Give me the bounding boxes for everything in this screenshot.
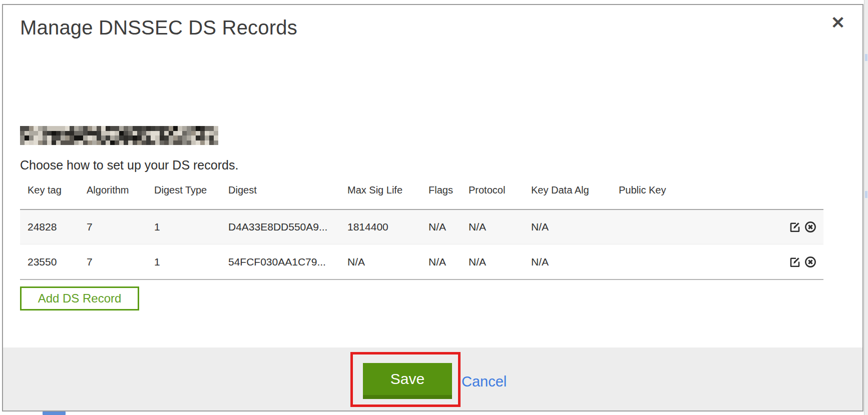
redacted-pixel <box>70 140 74 146</box>
redacted-pixel <box>88 136 92 140</box>
redacted-pixel <box>119 136 124 140</box>
redacted-pixel <box>142 131 146 136</box>
redacted-pixel <box>142 126 146 131</box>
cell-max-sig-life: 1814400 <box>340 221 421 233</box>
save-button[interactable]: Save <box>363 363 452 399</box>
column-header: Flags <box>421 183 461 209</box>
redacted-pixel <box>106 126 110 131</box>
redacted-pixel <box>61 126 65 131</box>
redacted-pixel <box>178 126 182 131</box>
redacted-pixel <box>164 140 169 146</box>
redacted-pixel <box>29 140 34 146</box>
redacted-pixel <box>79 126 83 131</box>
redacted-pixel <box>205 131 209 136</box>
redacted-pixel <box>110 126 115 131</box>
redacted-pixel <box>128 126 133 131</box>
underlying-page-sliver <box>864 0 868 415</box>
cell-flags: N/A <box>421 256 461 268</box>
redacted-pixel <box>200 136 205 140</box>
redacted-pixel <box>34 136 38 140</box>
redacted-pixel <box>61 131 65 136</box>
redacted-pixel <box>74 126 79 131</box>
cell-digest-type: 1 <box>147 221 221 233</box>
column-header: Algorithm <box>79 183 147 209</box>
redacted-pixel <box>155 136 160 140</box>
redacted-pixel <box>119 140 124 146</box>
redacted-pixel <box>34 126 38 131</box>
page-title: Manage DNSSEC DS Records <box>20 16 297 39</box>
redacted-pixel <box>25 131 29 136</box>
redacted-pixel <box>61 136 65 140</box>
redacted-pixel <box>83 140 88 146</box>
redacted-pixel <box>187 140 191 146</box>
redacted-pixel <box>191 131 196 136</box>
redacted-pixel <box>106 140 110 146</box>
redacted-pixel <box>52 140 56 146</box>
redacted-pixel <box>61 140 65 146</box>
underlying-page-text-hint <box>865 191 867 198</box>
redacted-pixel <box>92 131 97 136</box>
redacted-pixel <box>70 131 74 136</box>
redacted-pixel <box>146 136 151 140</box>
redacted-pixel <box>160 126 164 131</box>
redacted-pixel <box>200 131 205 136</box>
redacted-pixel <box>137 131 142 136</box>
edit-record-icon[interactable] <box>788 255 802 269</box>
redacted-pixel <box>133 136 137 140</box>
column-header: Digest Type <box>147 183 221 209</box>
redacted-pixel <box>133 126 137 131</box>
redacted-pixel <box>128 131 133 136</box>
redacted-pixel <box>47 131 52 136</box>
edit-record-icon[interactable] <box>788 220 802 234</box>
redacted-pixel <box>173 126 178 131</box>
redacted-pixel <box>164 126 169 131</box>
cell-algorithm: 7 <box>79 221 147 233</box>
redacted-pixel <box>209 126 214 131</box>
redacted-pixel <box>160 131 164 136</box>
redacted-pixel <box>178 140 182 146</box>
row-actions <box>706 255 823 269</box>
redacted-pixel <box>200 140 205 146</box>
redacted-pixel <box>178 131 182 136</box>
redacted-pixel <box>182 131 187 136</box>
column-header: Digest <box>221 183 340 209</box>
redacted-pixel <box>88 131 92 136</box>
redacted-pixel <box>92 136 97 140</box>
redacted-pixel <box>79 131 83 136</box>
redacted-pixel <box>88 140 92 146</box>
redacted-pixel <box>97 136 101 140</box>
ds-records-table: Key tagAlgorithmDigest TypeDigestMax Sig… <box>20 183 823 280</box>
redacted-pixel <box>106 136 110 140</box>
column-header: Public Key <box>611 183 706 209</box>
redacted-pixel <box>137 140 142 146</box>
cell-digest: D4A33E8DD550A9... <box>221 221 340 233</box>
redacted-pixel <box>38 136 43 140</box>
redacted-pixel <box>191 140 196 146</box>
redacted-pixel <box>101 126 106 131</box>
manage-dnssec-dialog: Manage DNSSEC DS Records ✕ Choose how to… <box>2 4 863 412</box>
table-header-row: Key tagAlgorithmDigest TypeDigestMax Sig… <box>20 183 823 209</box>
redacted-pixel <box>214 131 218 136</box>
redacted-pixel <box>214 140 218 146</box>
column-header: Max Sig Life <box>340 183 421 209</box>
redacted-pixel <box>70 136 74 140</box>
redacted-pixel <box>128 140 133 146</box>
delete-record-icon[interactable] <box>803 255 817 269</box>
redacted-pixel <box>146 131 151 136</box>
redacted-pixel <box>70 126 74 131</box>
redacted-pixel <box>52 136 56 140</box>
add-ds-record-button[interactable]: Add DS Record <box>20 286 139 310</box>
cell-key-data-alg: N/A <box>524 221 611 233</box>
redacted-pixel <box>65 136 70 140</box>
redacted-pixel <box>29 136 34 140</box>
redacted-pixel <box>115 131 119 136</box>
cancel-link[interactable]: Cancel <box>462 374 507 390</box>
redacted-pixel <box>155 131 160 136</box>
redacted-pixel <box>151 140 155 146</box>
delete-record-icon[interactable] <box>803 220 817 234</box>
redacted-pixel <box>124 136 128 140</box>
redacted-pixel <box>83 136 88 140</box>
redacted-pixel <box>65 140 70 146</box>
close-icon[interactable]: ✕ <box>826 11 850 34</box>
redacted-pixel <box>25 126 29 131</box>
